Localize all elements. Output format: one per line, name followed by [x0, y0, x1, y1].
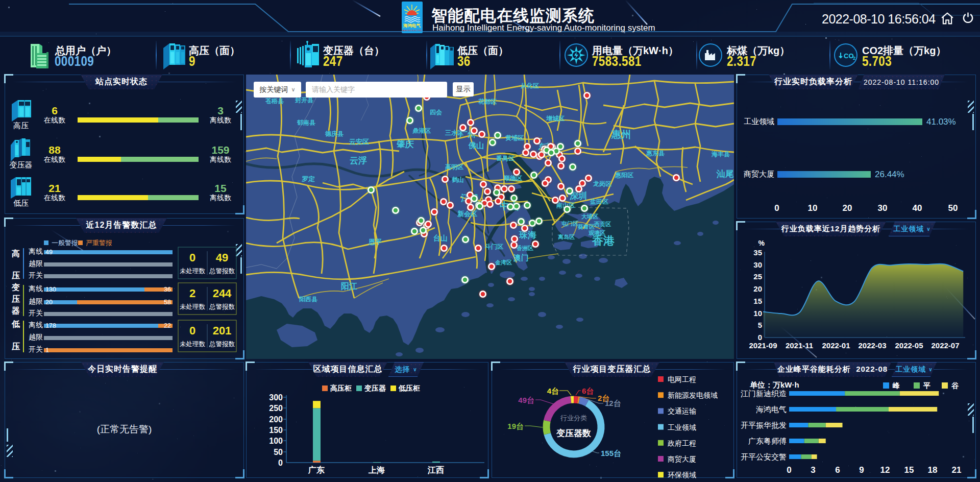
svg-text:高: 高 — [12, 249, 20, 258]
svg-text:30: 30 — [878, 203, 888, 213]
svg-text:12: 12 — [880, 465, 890, 475]
svg-text:9: 9 — [859, 465, 864, 475]
svg-text:40: 40 — [913, 203, 922, 213]
svg-text:30: 30 — [753, 260, 762, 269]
svg-text:器: 器 — [11, 306, 20, 315]
svg-text:德庆县: 德庆县 — [325, 130, 344, 137]
svg-text:四会: 四会 — [430, 109, 443, 116]
svg-text:压: 压 — [11, 342, 20, 351]
svg-text:高压柜: 高压柜 — [330, 384, 352, 392]
svg-text:6台: 6台 — [582, 387, 594, 395]
svg-text:高压: 高压 — [13, 121, 29, 130]
svg-text:变: 变 — [11, 283, 20, 292]
svg-text:黄埔区: 黄埔区 — [505, 134, 524, 141]
svg-text:250: 250 — [269, 404, 283, 413]
svg-text:50: 50 — [948, 203, 958, 213]
svg-text:江西: 江西 — [427, 466, 444, 474]
svg-text:4台: 4台 — [547, 387, 559, 395]
svg-text:离线数: 离线数 — [210, 116, 231, 124]
svg-text:在线数: 在线数 — [43, 155, 65, 163]
svg-text:葵青区: 葵青区 — [577, 224, 595, 230]
svg-text:0: 0 — [278, 459, 283, 467]
svg-text:2022-07: 2022-07 — [931, 341, 959, 350]
svg-text:高明区: 高明区 — [445, 163, 463, 171]
svg-text:行业分类: 行业分类 — [560, 414, 587, 422]
svg-text:20: 20 — [843, 203, 852, 213]
svg-text:6: 6 — [52, 105, 58, 116]
svg-text:36: 36 — [164, 286, 171, 293]
svg-text:0: 0 — [189, 251, 195, 264]
svg-text:海鸿电气: 海鸿电气 — [403, 23, 421, 28]
svg-text:15: 15 — [753, 297, 762, 305]
svg-text:鼎湖区: 鼎湖区 — [412, 127, 431, 134]
svg-text:严重警报: 严重警报 — [86, 239, 112, 247]
svg-text:155台: 155台 — [601, 449, 621, 457]
svg-text:单位：万kW·h: 单位：万kW·h — [750, 380, 799, 389]
svg-text:20: 20 — [45, 299, 53, 306]
svg-text:3: 3 — [217, 105, 224, 116]
svg-text:肇庆: 肇庆 — [396, 139, 414, 149]
svg-text:广东: 广东 — [308, 465, 325, 474]
svg-text:19台: 19台 — [507, 422, 524, 430]
svg-text:西贡区: 西贡区 — [594, 221, 611, 228]
svg-text:龙岗区: 龙岗区 — [593, 180, 611, 187]
svg-text:20: 20 — [753, 284, 762, 293]
svg-text:10: 10 — [808, 203, 818, 213]
svg-text:海鸿电气: 海鸿电气 — [756, 405, 787, 414]
svg-text:澳门: 澳门 — [513, 253, 529, 262]
svg-text:盐田区: 盐田区 — [590, 198, 608, 205]
svg-text:6: 6 — [835, 465, 840, 475]
svg-text:江门新迪织造: 江门新迪织造 — [741, 389, 787, 398]
svg-text:惠州: 惠州 — [611, 129, 631, 140]
svg-text:金湾区: 金湾区 — [495, 259, 512, 266]
svg-text:惠阳区: 惠阳区 — [615, 172, 633, 179]
svg-text:12台: 12台 — [605, 399, 621, 407]
svg-text:150: 150 — [269, 426, 283, 435]
svg-text:49: 49 — [45, 249, 53, 256]
svg-text:变压器: 变压器 — [364, 384, 386, 392]
svg-text:屯门区: 屯门区 — [561, 221, 578, 227]
svg-text:2: 2 — [853, 56, 855, 61]
svg-text:罗定: 罗定 — [302, 175, 315, 183]
svg-text:新能源发电领域: 新能源发电领域 — [668, 391, 718, 399]
svg-text:在线数: 在线数 — [43, 194, 65, 202]
svg-text:离线: 离线 — [29, 321, 43, 329]
svg-text:49台: 49台 — [518, 396, 534, 404]
svg-text:越限: 越限 — [29, 297, 43, 305]
svg-text:越限: 越限 — [29, 259, 43, 268]
svg-text:HAIHONG ELECTRIC: HAIHONG ELECTRIC — [402, 29, 422, 32]
svg-text:阳西县: 阳西县 — [299, 296, 317, 303]
svg-text:云安区: 云安区 — [349, 138, 369, 146]
svg-text:26.44%: 26.44% — [875, 170, 904, 179]
svg-text:商贸大厦: 商贸大厦 — [668, 455, 696, 463]
svg-text:178: 178 — [45, 322, 56, 329]
svg-text:49: 49 — [216, 251, 228, 264]
svg-text:100: 100 — [269, 437, 283, 445]
svg-text:1: 1 — [45, 347, 49, 354]
svg-text:变压器: 变压器 — [10, 160, 33, 169]
svg-text:15: 15 — [904, 465, 914, 475]
svg-text:离岛区: 离岛区 — [557, 234, 575, 240]
svg-text:环保领域: 环保领域 — [668, 471, 696, 478]
svg-text:离线: 离线 — [29, 247, 43, 255]
svg-text:大埔区: 大埔区 — [581, 213, 598, 220]
svg-text:15: 15 — [214, 182, 227, 194]
svg-text:18: 18 — [928, 465, 938, 475]
svg-text:政府工程: 政府工程 — [667, 439, 696, 447]
svg-text:越限: 越限 — [29, 333, 43, 341]
svg-text:压: 压 — [11, 295, 20, 303]
svg-text:0: 0 — [774, 203, 779, 213]
svg-text:2: 2 — [189, 287, 195, 300]
svg-text:未处理数: 未处理数 — [180, 341, 206, 348]
svg-text:香洲区: 香洲区 — [516, 245, 533, 251]
svg-text:0: 0 — [189, 324, 195, 337]
svg-text:开关: 开关 — [29, 345, 43, 353]
svg-text:离线数: 离线数 — [210, 194, 231, 202]
svg-text:总警报数: 总警报数 — [209, 303, 235, 310]
svg-text:0: 0 — [758, 333, 762, 342]
svg-text:离线数: 离线数 — [210, 155, 231, 163]
svg-text:未处理数: 未处理数 — [180, 303, 206, 310]
svg-text:201: 201 — [213, 324, 232, 337]
svg-text:25: 25 — [753, 272, 762, 281]
svg-text:上海: 上海 — [368, 466, 385, 474]
